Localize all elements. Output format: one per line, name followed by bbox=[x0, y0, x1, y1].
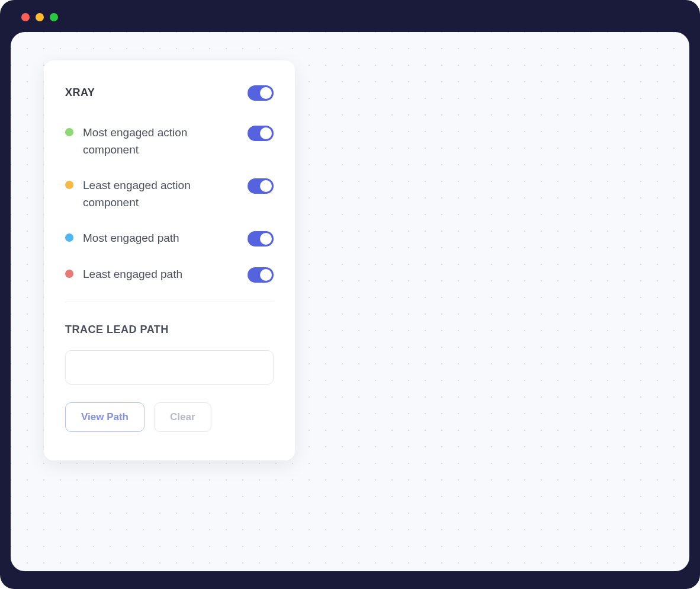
clear-button[interactable]: Clear bbox=[154, 402, 211, 432]
panel-header: XRAY bbox=[65, 84, 274, 101]
window-frame: XRAY Most engaged action component Least… bbox=[0, 0, 700, 589]
toggle-label: Least engaged action component bbox=[83, 177, 238, 211]
xray-panel: XRAY Most engaged action component Least… bbox=[44, 60, 295, 460]
divider bbox=[65, 302, 274, 302]
toggle-most-engaged-action[interactable] bbox=[248, 126, 274, 141]
button-row: View Path Clear bbox=[65, 402, 274, 432]
toggle-label: Most engaged action component bbox=[83, 124, 238, 158]
toggle-most-engaged-path[interactable] bbox=[248, 231, 274, 247]
traffic-lights bbox=[11, 11, 689, 32]
toggle-label: Least engaged path bbox=[83, 266, 238, 283]
toggle-least-engaged-path[interactable] bbox=[248, 267, 274, 283]
toggle-row-least-engaged-action: Least engaged action component bbox=[65, 177, 274, 211]
toggle-row-most-engaged-action: Most engaged action component bbox=[65, 124, 274, 158]
trace-section-title: TRACE LEAD PATH bbox=[65, 324, 274, 336]
toggle-row-most-engaged-path: Most engaged path bbox=[65, 230, 274, 247]
dot-icon bbox=[65, 233, 73, 242]
close-icon[interactable] bbox=[21, 13, 30, 21]
app-viewport: XRAY Most engaged action component Least… bbox=[11, 32, 689, 571]
dot-icon bbox=[65, 270, 73, 278]
toggle-least-engaged-action[interactable] bbox=[248, 178, 274, 194]
trace-lead-input[interactable] bbox=[65, 350, 274, 385]
toggle-label: Most engaged path bbox=[83, 230, 238, 247]
toggle-row-least-engaged-path: Least engaged path bbox=[65, 266, 274, 283]
dot-icon bbox=[65, 181, 73, 189]
maximize-icon[interactable] bbox=[50, 13, 58, 21]
dot-icon bbox=[65, 128, 73, 136]
minimize-icon[interactable] bbox=[36, 13, 44, 21]
panel-title: XRAY bbox=[65, 87, 95, 99]
xray-master-toggle[interactable] bbox=[248, 85, 274, 101]
view-path-button[interactable]: View Path bbox=[65, 402, 145, 432]
